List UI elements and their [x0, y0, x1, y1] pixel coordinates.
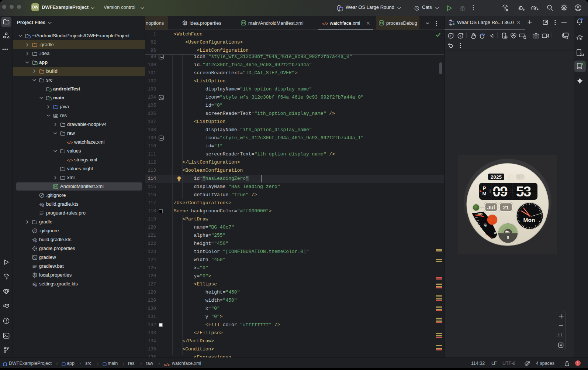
svg-text:100: 100: [477, 212, 483, 216]
svg-text:0: 0: [507, 235, 509, 240]
svg-text:P: P: [483, 185, 486, 191]
svg-text:2: 2: [459, 34, 461, 38]
svg-text:21: 21: [503, 205, 509, 210]
svg-text:2025: 2025: [491, 174, 502, 180]
svg-text:1: 1: [450, 34, 452, 38]
svg-text:Mon: Mon: [523, 217, 535, 223]
svg-text:M: M: [482, 191, 487, 196]
svg-text:Jul: Jul: [487, 205, 495, 210]
